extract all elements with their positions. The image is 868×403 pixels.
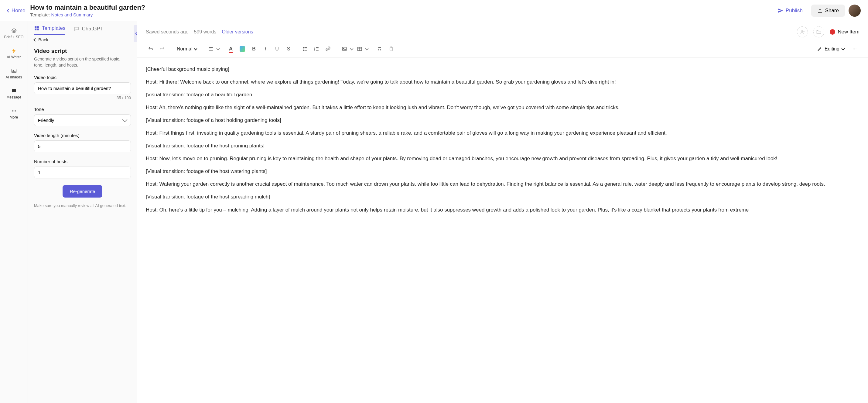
editing-mode-select[interactable]: Editing (814, 45, 848, 54)
length-input[interactable] (34, 140, 131, 152)
share-label: Share (825, 8, 839, 14)
highlight-icon (240, 46, 245, 52)
editor: Saved seconds ago 599 words Older versio… (137, 21, 868, 403)
collapse-handle[interactable] (134, 25, 137, 42)
field-length: Video length (minutes) (34, 133, 131, 152)
svg-point-1 (13, 30, 14, 32)
align-button[interactable] (206, 44, 216, 54)
paste-button[interactable] (386, 44, 396, 54)
doc-paragraph: [Visual transition: footage of the host … (146, 193, 860, 201)
highlight-button[interactable] (238, 44, 247, 54)
share-button[interactable]: Share (811, 5, 845, 17)
dots-icon (11, 108, 17, 114)
document-content[interactable]: [Cheerful background music playing] Host… (137, 58, 868, 403)
back-label: Back (38, 37, 48, 42)
number-list-button[interactable]: 123 (312, 44, 321, 54)
bold-icon: B (252, 46, 256, 52)
rail-item-more[interactable]: More (0, 105, 28, 122)
bold-button[interactable]: B (249, 44, 259, 54)
topic-input[interactable] (34, 82, 131, 94)
link-button[interactable] (323, 44, 333, 54)
svg-rect-10 (37, 29, 39, 30)
chat-icon (11, 88, 17, 94)
doc-paragraph: [Visual transition: footage of the host … (146, 167, 860, 176)
doc-paragraph: Host: Watering your garden correctly is … (146, 180, 860, 189)
format-select[interactable]: Normal (174, 45, 204, 54)
target-icon (11, 28, 17, 34)
doc-paragraph: Host: Ah, there's nothing quite like the… (146, 103, 860, 112)
pencil-icon (817, 47, 822, 51)
undo-button[interactable] (146, 44, 155, 54)
panel-desc: Generate a video script on the specified… (34, 56, 131, 68)
clear-format-icon (377, 46, 382, 52)
clear-format-button[interactable] (375, 44, 384, 54)
publish-label: Publish (786, 8, 803, 14)
new-item-button[interactable]: New Item (830, 29, 860, 35)
svg-point-4 (12, 110, 13, 111)
footer-note: Make sure you manually review all AI gen… (34, 203, 131, 208)
publish-button[interactable]: Publish (773, 5, 808, 16)
chevron-down-icon (216, 47, 220, 50)
rail-item-images[interactable]: AI Images (0, 65, 28, 82)
table-button[interactable] (355, 44, 365, 54)
back-link[interactable]: Back (34, 37, 131, 42)
page-title: How to maintain a beautiful garden? (30, 4, 768, 11)
doc-paragraph: [Visual transition: footage of the host … (146, 142, 860, 150)
tab-chatgpt[interactable]: ChatGPT (74, 25, 103, 35)
rail-more-label: More (10, 115, 18, 119)
regenerate-button[interactable]: Re-generate (63, 185, 102, 198)
home-link[interactable]: Home (7, 8, 25, 14)
chevron-left-icon (135, 32, 137, 35)
chevron-left-icon (33, 38, 37, 41)
strike-button[interactable]: S (284, 44, 293, 54)
chevron-left-icon (7, 9, 10, 12)
tab-templates-label: Templates (42, 25, 65, 31)
clipboard-icon (389, 46, 394, 52)
template-prefix: Template: (30, 12, 51, 17)
svg-point-14 (303, 50, 304, 51)
italic-button[interactable]: I (260, 44, 270, 54)
more-menu-button[interactable] (850, 44, 860, 54)
add-folder-button[interactable] (813, 26, 824, 37)
add-user-button[interactable] (797, 26, 808, 37)
panel-title: Video script (34, 48, 131, 54)
dots-icon (852, 46, 857, 52)
underline-button[interactable]: U (272, 44, 282, 54)
avatar[interactable] (848, 5, 861, 17)
chat-bubble-icon (74, 26, 79, 32)
word-count: 599 words (194, 29, 217, 35)
left-rail: Brief + SEO AI Writer AI Images Message … (0, 21, 28, 403)
svg-point-6 (15, 110, 16, 111)
svg-rect-7 (35, 26, 36, 28)
top-header: Home How to maintain a beautiful garden?… (0, 0, 868, 21)
chevron-down-icon (841, 47, 845, 50)
new-item-label: New Item (838, 29, 860, 35)
status-dot-icon (830, 29, 835, 35)
redo-button[interactable] (157, 44, 167, 54)
tone-select[interactable] (34, 114, 131, 126)
rail-writer-label: AI Writer (7, 55, 21, 59)
title-block: How to maintain a beautiful garden? Temp… (30, 4, 768, 17)
bullet-list-button[interactable] (300, 44, 310, 54)
doc-paragraph: [Visual transition: footage of a host ho… (146, 116, 860, 124)
template-link[interactable]: Notes and Summary (51, 12, 93, 17)
home-label: Home (11, 8, 25, 14)
doc-paragraph: Host: Hi there! Welcome back to our chan… (146, 78, 860, 86)
undo-icon (148, 46, 153, 52)
hosts-input[interactable] (34, 167, 131, 178)
editing-label: Editing (825, 46, 839, 52)
svg-point-0 (12, 29, 16, 32)
text-color-icon: A (229, 46, 232, 52)
rail-item-brief[interactable]: Brief + SEO (0, 25, 28, 42)
image-insert-button[interactable] (340, 44, 349, 54)
save-status: Saved seconds ago (146, 29, 189, 35)
rail-item-writer[interactable]: AI Writer (0, 45, 28, 62)
hosts-label: Number of hosts (34, 159, 131, 164)
older-versions-link[interactable]: Older versions (222, 29, 253, 35)
tab-templates[interactable]: Templates (34, 25, 65, 35)
text-color-button[interactable]: A (226, 44, 236, 54)
svg-rect-8 (37, 26, 39, 28)
rail-item-message[interactable]: Message (0, 85, 28, 103)
align-left-icon (208, 46, 214, 52)
sidebar-tabs: Templates ChatGPT (34, 25, 131, 35)
